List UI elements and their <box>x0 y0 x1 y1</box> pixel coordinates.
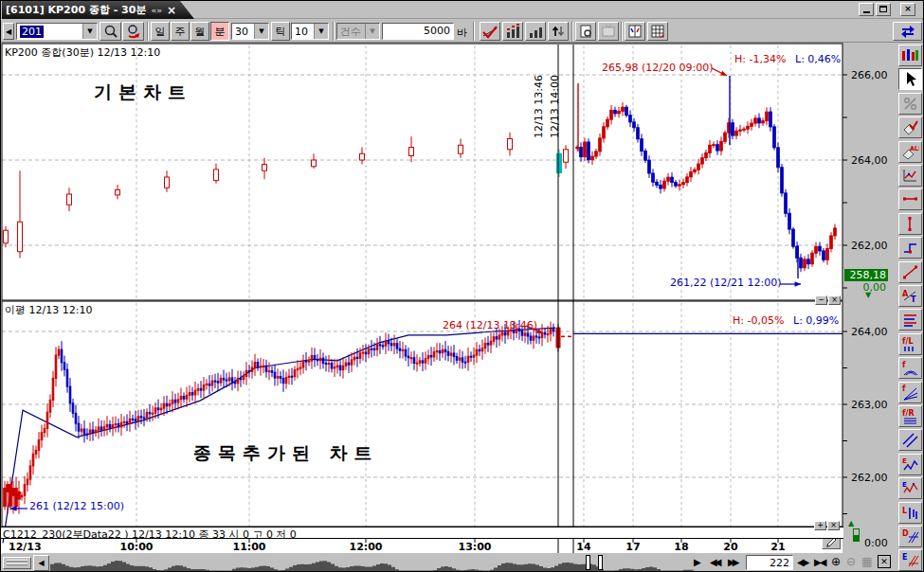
svg-text:f: f <box>902 361 906 369</box>
time-axis-label: 14 <box>576 541 590 553</box>
fast-rewind-icon[interactable]: ◀◀ <box>710 557 718 567</box>
pane-expand-button[interactable]: + <box>814 521 826 530</box>
period-button-1[interactable]: 일 <box>151 22 170 41</box>
erase-one-tool[interactable] <box>898 116 922 138</box>
price-axis-label: 262,00 <box>851 472 888 484</box>
top-pane-header: KP200 종합(30분) 12/13 12:10 <box>5 45 160 60</box>
arrows-updown-icon[interactable] <box>548 22 569 41</box>
tv-capture-icon[interactable] <box>598 22 619 41</box>
toolbar-separator <box>147 22 149 41</box>
last-price-annotation: 264 (12/13 13:46) <box>443 319 537 331</box>
bar-count-input[interactable]: 5000 <box>382 23 454 40</box>
refresh-button[interactable] <box>893 22 922 41</box>
bars-icon[interactable] <box>525 22 546 41</box>
doc-copy-icon[interactable] <box>575 22 596 41</box>
zoom-in-icon[interactable]: ⊕ <box>831 555 841 568</box>
hatch-d-tool[interactable]: D <box>898 526 922 547</box>
bottom-high-percent: H: -0,05% <box>733 314 784 327</box>
range-handle-right[interactable] <box>598 555 603 570</box>
grid-view-icon: ▦ <box>861 555 872 568</box>
channel-tool[interactable] <box>898 429 922 451</box>
range-handle-left[interactable] <box>586 555 590 570</box>
trend-line-tool[interactable] <box>898 261 922 283</box>
hatch-e-tool[interactable]: E <box>898 549 922 571</box>
bottom-pane-header: 이평 12/13 12:10 <box>5 303 92 317</box>
scroll-left-button[interactable]: ◀ <box>33 555 49 571</box>
tab-swap-icon[interactable]: «» <box>151 6 162 15</box>
title-bar: [6101] KP200 종합 - 30분 «» × × <box>1 1 923 19</box>
time-axis-label: 18 <box>674 541 688 553</box>
symbol-code-combo[interactable]: 201 ▼ <box>16 23 98 40</box>
pattern-grid-tool[interactable] <box>898 45 922 66</box>
period-button-4[interactable]: 분 <box>210 22 229 41</box>
fast-forward-icon[interactable]: ▶▶ <box>728 557 736 567</box>
collapse-range-icon[interactable]: ▶◀ <box>814 557 824 567</box>
close-scroll-icon[interactable]: ✕ <box>878 555 891 568</box>
chart-plot-area[interactable] <box>2 44 842 553</box>
elliott-wave-2-tool[interactable]: E <box>898 477 922 499</box>
minimize-button[interactable] <box>859 3 874 16</box>
bottom-pane-big-label: 종목추가된 차트 <box>193 441 379 466</box>
svg-text:E: E <box>902 553 907 562</box>
top-low-percent: L: 0,46% <box>795 53 841 65</box>
price-axis-label: 264,00 <box>851 154 888 167</box>
percent-tool-disabled[interactable] <box>898 93 922 115</box>
pane-close-button-2[interactable]: × <box>827 521 840 530</box>
chevron-down-icon[interactable]: ▼ <box>314 24 328 39</box>
horizontal-line-tool[interactable] <box>898 188 922 210</box>
toolbar-separator <box>333 22 335 41</box>
maximize-button[interactable] <box>876 3 891 16</box>
svg-text:E: E <box>902 457 907 465</box>
erase-all-tool[interactable]: ALL <box>898 141 922 163</box>
fibo-curve-tool[interactable]: f <box>898 357 922 379</box>
data-minimap[interactable] <box>50 555 704 572</box>
bars-alert-icon[interactable] <box>502 22 523 41</box>
search-button[interactable] <box>100 22 121 41</box>
half-line-tool[interactable] <box>898 237 922 259</box>
scroll-grip[interactable] <box>3 557 31 569</box>
svg-text:f/R: f/R <box>902 409 915 418</box>
tick-button[interactable]: 틱 <box>271 22 290 41</box>
time-axis-label: 20 <box>723 541 737 553</box>
time-axis-label: 10:00 <box>119 541 153 553</box>
window-title-tab[interactable]: [6101] KP200 종합 - 30분 «» × <box>2 1 195 19</box>
svg-text:ALL: ALL <box>910 145 919 152</box>
step-forward-icon[interactable]: ▶ <box>694 557 701 567</box>
indicator-chart-tool[interactable] <box>898 165 922 187</box>
line-check-icon[interactable] <box>480 22 500 41</box>
time-axis-label: 17 <box>625 541 640 553</box>
price-axis-label: 264,00 <box>851 326 888 338</box>
bar-position-input[interactable]: 222 <box>746 555 793 570</box>
price-axis-label: 262,00 <box>851 240 888 252</box>
fibo-line-tool[interactable]: f/L <box>898 333 922 355</box>
period-button-3[interactable]: 월 <box>190 22 209 41</box>
expand-range-icon[interactable]: ◀▶ <box>797 557 807 567</box>
text-tool[interactable]: AT <box>898 285 922 307</box>
vertical-line-tool[interactable] <box>898 213 922 235</box>
close-button[interactable]: × <box>900 3 915 16</box>
fibo-ratio-tool[interactable]: f/R <box>898 405 922 427</box>
fibo-fan-tool[interactable]: f <box>898 382 922 403</box>
high-annotation: 265,98 (12/20 09:00) <box>602 62 713 74</box>
parallel-lines-tool[interactable] <box>898 309 922 331</box>
log-bars-tool[interactable]: L <box>898 502 922 524</box>
up-arrow-icon: ▲ <box>848 519 854 527</box>
time-axis-label: 21 <box>770 541 785 553</box>
grid-table-icon[interactable] <box>647 22 668 41</box>
minute-combo[interactable]: 30 ▼ <box>231 23 269 40</box>
symbol-code-value: 201 <box>20 26 44 38</box>
svg-text:f: f <box>902 384 906 393</box>
elliott-wave-1-tool[interactable]: E <box>898 454 922 475</box>
tick-combo[interactable]: 10 ▼ <box>291 23 329 40</box>
period-button-2[interactable]: 주 <box>171 22 190 41</box>
pane-minimize-button[interactable]: − <box>815 295 827 305</box>
pane-close-button[interactable]: × <box>828 295 841 305</box>
collapse-toolbar-button[interactable]: ◀ <box>3 23 14 40</box>
cursor-tool[interactable] <box>898 68 922 90</box>
report-book-icon[interactable] <box>625 22 645 41</box>
tab-close-icon[interactable]: × <box>167 4 176 17</box>
time-axis-label: 12:00 <box>349 541 382 553</box>
chevron-down-icon[interactable]: ▼ <box>82 24 97 39</box>
search-history-button[interactable] <box>122 22 144 41</box>
chevron-down-icon[interactable]: ▼ <box>254 24 268 39</box>
